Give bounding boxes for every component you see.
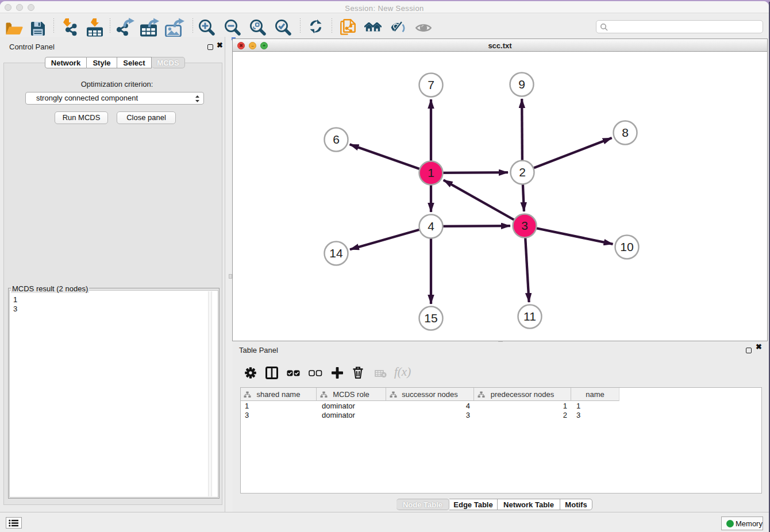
- svg-text:14: 14: [329, 246, 343, 260]
- svg-text:6: 6: [333, 133, 340, 146]
- svg-text:15: 15: [424, 311, 437, 325]
- svg-text:11: 11: [523, 310, 536, 323]
- svg-text:8: 8: [622, 126, 629, 139]
- svg-text:1: 1: [428, 166, 434, 179]
- svg-text:4: 4: [428, 219, 434, 233]
- svg-text:9: 9: [518, 78, 525, 91]
- svg-text:10: 10: [620, 240, 633, 253]
- svg-text:7: 7: [428, 78, 434, 91]
- svg-text:3: 3: [521, 219, 528, 232]
- svg-text:2: 2: [519, 165, 526, 179]
